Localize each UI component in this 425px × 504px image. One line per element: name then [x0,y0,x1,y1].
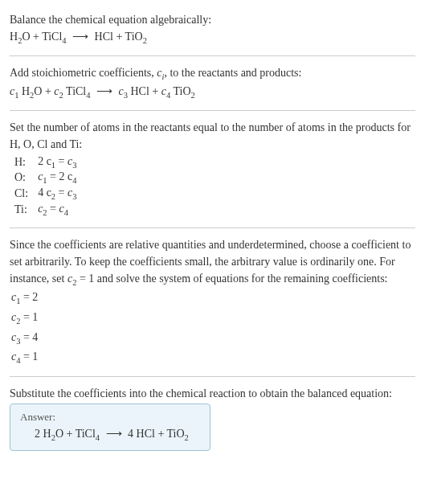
product-hcl: HCl [95,31,113,43]
equation-cell: c1 = 2 c4 [36,170,81,186]
choose-text: Since the coefficients are relative quan… [10,236,415,289]
table-row: H: 2 c1 = c3 [13,154,81,170]
equation-cell: 2 c1 = c3 [36,154,81,170]
list-item: c4 = 1 [11,348,415,368]
stoich-equation: c1 H2O + c2 TiCl4 ⟶ c3 HCl + c4 TiO2 [10,83,415,102]
intro-title: Balance the chemical equation algebraica… [10,11,415,28]
atoms-section: Set the number of atoms in the reactants… [10,114,415,224]
choose-section: Since the coefficients are relative quan… [10,232,415,373]
product-tio2: TiO2 [125,31,147,43]
reactant-ticl4: TiCl4 [42,31,66,43]
divider [10,376,415,377]
substitute-text: Substitute the coefficients into the che… [10,385,415,402]
element-label: H: [13,154,36,170]
divider [10,110,415,111]
list-item: c2 = 1 [11,309,415,329]
stoich-section: Add stoichiometric coefficients, ci, to … [10,59,415,107]
list-item: c1 = 2 [11,289,415,309]
element-label: Ti: [13,202,36,218]
divider [10,55,415,56]
answer-label: Answer: [20,411,200,424]
atoms-text: Set the number of atoms in the reactants… [10,119,415,153]
atom-equations-table: H: 2 c1 = c3 O: c1 = 2 c4 Cl: 4 c2 = c3 … [13,154,81,218]
answer-box: Answer: 2 H2O + TiCl4 ⟶ 4 HCl + TiO2 [10,404,210,451]
coefficient-results: c1 = 2 c2 = 1 c3 = 4 c4 = 1 [11,289,415,367]
table-row: Cl: 4 c2 = c3 [13,186,81,202]
stoich-text: Add stoichiometric coefficients, ci, to … [10,64,415,84]
arrow-icon: ⟶ [93,84,116,97]
answer-section: Substitute the coefficients into the che… [10,380,415,456]
unbalanced-equation: H2O + TiCl4 ⟶ HCl + TiO2 [10,28,415,47]
balanced-equation: 2 H2O + TiCl4 ⟶ 4 HCl + TiO2 [20,427,200,442]
arrow-icon: ⟶ [103,427,125,440]
table-row: O: c1 = 2 c4 [13,170,81,186]
table-row: Ti: c2 = c4 [13,202,81,218]
list-item: c3 = 4 [11,329,415,349]
reactant-h2o: H2O [10,31,31,43]
equation-cell: 4 c2 = c3 [36,186,81,202]
equation-cell: c2 = c4 [36,202,81,218]
element-label: O: [13,170,36,186]
arrow-icon: ⟶ [69,30,92,43]
divider [10,227,415,228]
intro-section: Balance the chemical equation algebraica… [10,6,415,52]
element-label: Cl: [13,186,36,202]
